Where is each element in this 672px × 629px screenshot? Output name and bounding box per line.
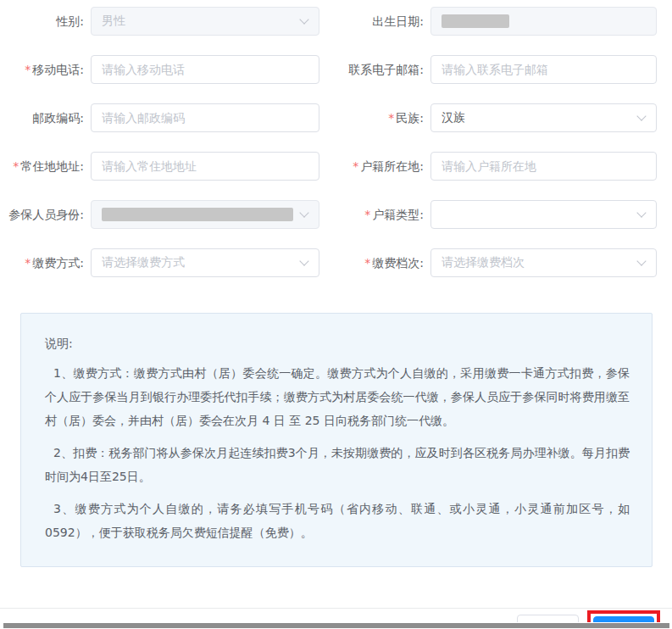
field-payment-method: *缴费方式: 请选择缴费方式 [0,248,319,277]
residential-address-label: *常住地地址: [0,152,91,181]
ethnicity-select[interactable]: 汉族 [430,103,657,132]
payment-level-label: *缴费档次: [336,248,430,277]
instructions-box: 说明: 1、缴费方式：缴费方式由村（居）委会统一确定。缴费方式为个人自缴的，采用… [20,313,653,567]
payment-level-select[interactable]: 请选择缴费档次 [430,248,657,277]
birthdate-input[interactable] [430,7,657,36]
postal-code-label: 邮政编码: [0,103,91,132]
household-location-input[interactable] [430,152,657,181]
field-household-location: *户籍所在地: [336,152,657,181]
postal-code-input[interactable] [91,103,319,132]
household-type-label: *户籍类型: [336,200,430,229]
required-asterisk: * [364,256,370,270]
ethnicity-label: *民族: [336,103,430,132]
form-grid: 性别: 男性 出生日期: *移动电话: 联系电子邮箱: 邮政编码: [0,0,672,277]
chevron-down-icon [299,256,308,265]
gender-label: 性别: [0,7,91,36]
field-household-type: *户籍类型: [336,200,657,229]
email-label: 联系电子邮箱: [336,55,430,84]
household-location-label: *户籍所在地: [336,152,430,181]
payment-method-select[interactable]: 请选择缴费方式 [91,248,319,277]
chevron-down-icon [636,208,646,217]
required-asterisk: * [25,63,31,76]
required-asterisk: * [353,159,358,173]
redaction-block [102,208,293,221]
horizontal-scrollbar-track [0,622,672,629]
residential-address-input[interactable] [91,152,319,181]
household-type-select[interactable] [430,200,657,229]
ethnicity-value: 汉族 [442,110,465,125]
horizontal-scrollbar-thumb[interactable] [3,623,669,628]
birthdate-label: 出生日期: [336,7,430,36]
required-asterisk: * [13,159,19,173]
redaction-block [442,14,509,28]
enrollment-form-dialog: 性别: 男性 出生日期: *移动电话: 联系电子邮箱: 邮政编码: [0,0,672,629]
field-birthdate: 出生日期: [336,7,657,36]
required-asterisk: * [388,111,394,125]
required-asterisk: * [25,256,31,270]
chevron-down-icon [636,256,646,265]
field-residential-address: *常住地地址: [0,152,319,181]
insured-identity-select[interactable] [91,200,319,229]
required-asterisk: * [364,208,370,221]
mobile-phone-input[interactable] [91,55,319,84]
chevron-down-icon [299,208,308,217]
gender-select[interactable]: 男性 [91,7,319,36]
chevron-down-icon [299,14,308,24]
field-postal-code: 邮政编码: [0,103,319,132]
instructions-paragraph-3: 3、缴费方式为个人自缴的，请务必填写手机号码（省内移动、联通、或小灵通，小灵通前… [45,497,630,544]
payment-method-label: *缴费方式: [0,248,91,277]
mobile-phone-label: *移动电话: [0,55,91,84]
chevron-down-icon [636,111,646,120]
payment-level-placeholder: 请选择缴费档次 [442,255,525,270]
email-input[interactable] [430,55,657,84]
instructions-paragraph-2: 2、扣费：税务部门将从参保次月起连续扣费3个月，未按期缴费的，应及时到各区税务局… [45,441,630,488]
payment-method-placeholder: 请选择缴费方式 [102,255,185,270]
instructions-paragraph-1: 1、缴费方式：缴费方式由村（居）委会统一确定。缴费方式为个人自缴的，采用缴费一卡… [45,361,630,432]
gender-value: 男性 [102,14,125,29]
instructions-title: 说明: [45,334,630,353]
field-email: 联系电子邮箱: [336,55,657,84]
field-ethnicity: *民族: 汉族 [336,103,657,132]
insured-identity-label: 参保人员身份: [0,200,91,229]
field-gender: 性别: 男性 [0,7,319,36]
field-insured-identity: 参保人员身份: [0,200,319,229]
field-payment-level: *缴费档次: 请选择缴费档次 [336,248,657,277]
field-mobile-phone: *移动电话: [0,55,319,84]
